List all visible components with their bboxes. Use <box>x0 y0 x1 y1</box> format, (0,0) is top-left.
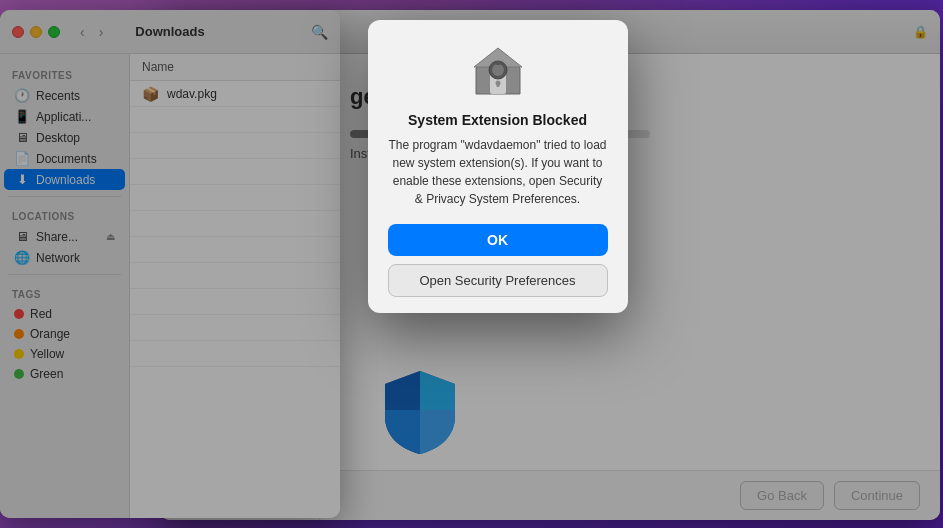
dialog-overlay: System Extension Blocked The program "wd… <box>0 0 943 528</box>
system-extension-dialog: System Extension Blocked The program "wd… <box>368 20 628 313</box>
security-pref-icon <box>470 44 526 100</box>
svg-rect-5 <box>496 61 500 65</box>
dialog-title: System Extension Blocked <box>408 112 587 128</box>
dialog-message: The program "wdavdaemon" tried to load n… <box>388 136 608 208</box>
dialog-ok-button[interactable]: OK <box>388 224 608 256</box>
dialog-open-security-button[interactable]: Open Security Preferences <box>388 264 608 297</box>
svg-rect-7 <box>496 83 499 87</box>
dialog-icon <box>470 44 526 100</box>
svg-point-4 <box>492 64 504 76</box>
